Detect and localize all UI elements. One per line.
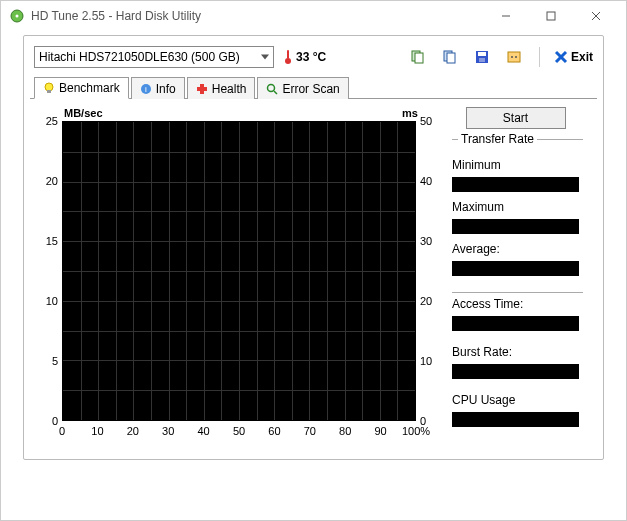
minimize-button[interactable] [483, 2, 528, 30]
benchmark-chart: MB/sec ms [32, 107, 440, 447]
svg-rect-21 [47, 90, 51, 93]
average-label: Average: [452, 242, 583, 256]
svg-point-1 [16, 15, 19, 18]
svg-rect-11 [447, 53, 455, 63]
tab-health[interactable]: Health [187, 77, 256, 99]
close-button[interactable] [573, 2, 618, 30]
svg-point-7 [285, 58, 291, 64]
copy-screenshot-button[interactable] [439, 46, 461, 68]
bulb-icon [43, 82, 55, 94]
start-button[interactable]: Start [466, 107, 566, 129]
save-button[interactable] [471, 46, 493, 68]
drive-select[interactable]: Hitachi HDS721050DLE630 (500 GB) [34, 46, 274, 68]
svg-point-20 [45, 83, 53, 91]
close-icon [554, 50, 568, 64]
app-window: HD Tune 2.55 - Hard Disk Utility Hitachi… [0, 0, 627, 521]
exit-label: Exit [571, 50, 593, 64]
svg-rect-6 [287, 50, 289, 59]
options-button[interactable] [503, 46, 525, 68]
access-time-value [452, 316, 579, 331]
svg-point-17 [515, 56, 517, 58]
transfer-rate-group: Transfer Rate [452, 139, 583, 154]
tab-bar: Benchmark i Info Health Error Scan [30, 76, 597, 99]
y-left-axis-label: MB/sec [64, 107, 103, 119]
svg-rect-9 [415, 53, 423, 63]
tab-error-scan[interactable]: Error Scan [257, 77, 348, 99]
svg-rect-15 [508, 52, 520, 62]
titlebar: HD Tune 2.55 - Hard Disk Utility [1, 1, 626, 31]
tab-benchmark[interactable]: Benchmark [34, 77, 129, 99]
access-time-label: Access Time: [452, 297, 583, 311]
exit-button[interactable]: Exit [554, 50, 593, 64]
temperature-value: 33 °C [296, 50, 326, 64]
temperature-readout: 33 °C [284, 49, 326, 65]
svg-rect-14 [479, 58, 485, 62]
drive-select-value: Hitachi HDS721050DLE630 (500 GB) [39, 50, 240, 64]
svg-rect-25 [197, 87, 207, 91]
minimum-value [452, 177, 579, 192]
thermometer-icon [284, 49, 292, 65]
toolbar-separator [539, 47, 540, 67]
svg-line-27 [274, 91, 277, 94]
search-icon [266, 83, 278, 95]
cpu-usage-label: CPU Usage [452, 393, 583, 407]
health-icon [196, 83, 208, 95]
burst-rate-value [452, 364, 579, 379]
results-panel: Start Transfer Rate Minimum Maximum Aver… [448, 107, 583, 447]
svg-rect-3 [547, 12, 555, 20]
main-panel: Hitachi HDS721050DLE630 (500 GB) 33 °C [23, 35, 604, 460]
cpu-usage-value [452, 412, 579, 427]
app-icon [9, 8, 25, 24]
tab-content: MB/sec ms [24, 99, 603, 459]
minimum-label: Minimum [452, 158, 583, 172]
chart-plot-area [62, 121, 416, 421]
average-value [452, 261, 579, 276]
chevron-down-icon [261, 55, 269, 60]
info-icon: i [140, 83, 152, 95]
y-right-axis-label: ms [402, 107, 418, 119]
tab-info[interactable]: i Info [131, 77, 185, 99]
copy-info-button[interactable] [407, 46, 429, 68]
maximum-label: Maximum [452, 200, 583, 214]
svg-point-26 [268, 84, 275, 91]
maximum-value [452, 219, 579, 234]
window-title: HD Tune 2.55 - Hard Disk Utility [31, 9, 483, 23]
svg-rect-13 [478, 52, 486, 56]
toolbar: Hitachi HDS721050DLE630 (500 GB) 33 °C [24, 36, 603, 76]
svg-point-16 [511, 56, 513, 58]
burst-rate-label: Burst Rate: [452, 345, 583, 359]
maximize-button[interactable] [528, 2, 573, 30]
svg-text:i: i [145, 85, 147, 94]
